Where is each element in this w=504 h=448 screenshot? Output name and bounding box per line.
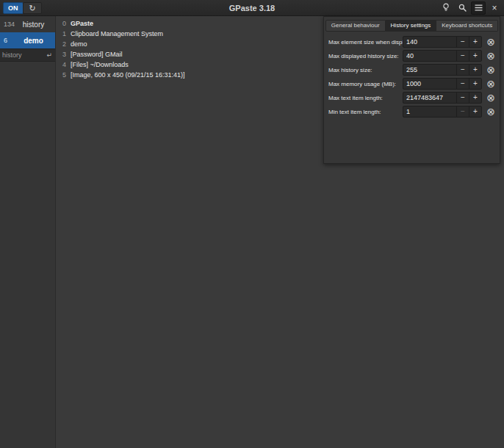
history-item-label: history [15,21,51,29]
tab-history-settings[interactable]: History settings [386,20,437,32]
tab-general-behaviour[interactable]: General behaviour [325,20,386,32]
spin-plus-button[interactable]: + [469,65,481,75]
spin-minus-button[interactable]: − [456,93,469,103]
settings-popover: General behaviour History settings Keybo… [323,16,500,164]
spin-value-input[interactable] [403,79,456,89]
refresh-button[interactable]: ↻ [23,2,42,14]
menu-button[interactable] [471,1,486,15]
setting-label: Max memory usage (MB): [328,81,403,87]
settings-row: Max memory usage (MB): − + ⊗ [324,77,500,90]
clip-text: GPaste [71,20,93,27]
reset-button[interactable]: ⊗ [485,64,497,76]
clip-index: 3 [62,51,67,58]
lightbulb-icon [442,3,450,13]
history-sidebar: 134 history 6 demo ↵ [0,16,56,448]
window-title: GPaste 3.18 [0,4,504,12]
spin-plus-button[interactable]: + [469,51,481,61]
sidebar-item-history[interactable]: 134 history [0,16,55,32]
reset-button[interactable]: ⊗ [485,106,497,118]
clip-index: 1 [62,30,67,37]
search-button[interactable] [455,1,469,15]
clip-index: 0 [62,20,67,27]
new-history-input[interactable] [0,51,46,59]
tab-keyboard-shortcuts[interactable]: Keyboard shortcuts [436,20,498,32]
reset-icon: ⊗ [486,51,495,61]
tracking-on-toggle[interactable]: ON [3,2,24,14]
about-button[interactable] [439,1,453,15]
gpaste-window: ON ↻ GPaste 3.18 [0,0,504,448]
spin-value-input[interactable] [403,65,456,75]
spin-minus-button[interactable]: − [456,79,469,89]
clip-index: 4 [62,61,67,68]
hamburger-menu-icon [475,4,483,12]
refresh-icon: ↻ [29,4,35,12]
clip-text: Clipboard Management System [71,30,163,37]
history-item-count: 134 [4,21,15,28]
new-history-entry: ↵ [0,48,55,62]
settings-row: Max element size when displaying: − + ⊗ [324,35,500,48]
reset-icon: ⊗ [486,106,495,117]
titlebar: ON ↻ GPaste 3.18 [0,0,504,16]
setting-label: Max displayed history size: [328,53,403,59]
settings-row: Max displayed history size: − + ⊗ [324,49,500,62]
spinbutton-max-element-size: − + [403,36,482,48]
spin-plus-button[interactable]: + [469,37,481,47]
reset-icon: ⊗ [486,79,495,89]
setting-label: Max element size when displaying: [328,39,403,46]
close-button[interactable]: × [487,1,502,15]
setting-label: Min text item length: [328,109,403,115]
settings-tabs: General behaviour History settings Keybo… [324,17,500,35]
settings-row: Min text item length: − + ⊗ [324,105,500,118]
settings-row: Max text item length: − + ⊗ [324,91,500,104]
enter-icon[interactable]: ↵ [46,51,55,59]
clip-text: [Password] GMail [71,51,123,58]
clip-index: 5 [62,71,67,79]
spinbutton-max-displayed-history: − + [403,50,482,62]
reset-button[interactable]: ⊗ [485,50,497,62]
close-icon: × [492,4,497,12]
spin-plus-button[interactable]: + [469,79,481,89]
reset-button[interactable]: ⊗ [485,92,497,104]
spinbutton-max-text-length: − + [403,92,482,104]
spin-minus-button: − [456,106,469,117]
spin-value-input[interactable] [403,51,456,61]
reset-button[interactable]: ⊗ [485,36,497,48]
spin-value-input[interactable] [403,106,456,117]
reset-icon: ⊗ [486,37,495,47]
reset-icon: ⊗ [486,65,495,75]
spinbutton-max-memory-usage: − + [403,78,482,90]
clip-text: [Image, 600 x 450 (09/21/15 16:31:41)] [71,71,185,79]
spin-minus-button[interactable]: − [456,65,469,75]
reset-button[interactable]: ⊗ [485,78,497,90]
history-item-count: 6 [4,37,15,44]
sidebar-item-demo[interactable]: 6 demo [0,32,55,48]
settings-row: Max history size: − + ⊗ [324,63,500,76]
history-item-label: demo [15,37,51,45]
reset-icon: ⊗ [486,93,495,103]
spin-value-input[interactable] [403,93,456,103]
search-icon [458,4,467,13]
clip-index: 2 [62,40,67,48]
spin-value-input[interactable] [403,37,456,47]
spinbutton-max-history-size: − + [403,64,482,76]
setting-label: Max text item length: [328,95,403,101]
titlebar-actions: × [439,1,502,15]
clip-text: [Files] ~/Downloads [71,61,129,68]
spin-plus-button[interactable]: + [469,93,481,103]
spin-plus-button[interactable]: + [469,106,481,117]
spinbutton-min-text-length: − + [403,106,482,118]
spin-minus-button[interactable]: − [456,51,469,61]
spin-minus-button[interactable]: − [456,37,469,47]
clip-text: demo [71,40,87,48]
setting-label: Max history size: [328,67,403,73]
